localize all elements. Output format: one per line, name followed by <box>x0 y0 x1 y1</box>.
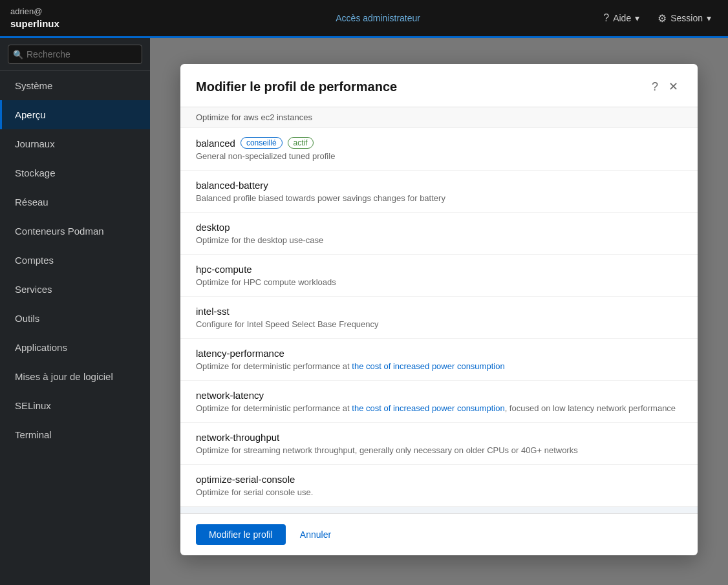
search-icon: 🔍 <box>13 50 23 59</box>
brand: adrien@ superlinux <box>10 6 159 30</box>
topbar-right: ? Aide ▾ ⚙ Session ▾ <box>597 8 718 28</box>
modal-overlay: Modifier le profil de performance ? ✕ Op… <box>150 38 728 585</box>
profile-name: network-latency <box>196 390 264 401</box>
profile-name: balanced <box>196 138 235 149</box>
sidebar-item-conteneurs[interactable]: Conteneurs Podman <box>0 217 150 246</box>
modal-footer: Modifier le profil Annuler <box>180 513 698 555</box>
topbar-center: Accès administrateur <box>159 13 597 23</box>
profile-desc: Optimize for deterministic performance a… <box>196 403 682 413</box>
profile-desc: Balanced profile biased towards power sa… <box>196 193 682 203</box>
profile-item-header: network-throughput <box>196 432 682 443</box>
profile-item-header: latency-performance <box>196 348 682 359</box>
profile-name: network-throughput <box>196 432 279 443</box>
sidebar-item-applications[interactable]: Applications <box>0 333 150 362</box>
profile-item[interactable]: desktopOptimize for the desktop use-case <box>180 213 698 255</box>
profile-item[interactable]: balancedconseilléactifGeneral non-specia… <box>180 128 698 171</box>
profile-item-header: hpc-compute <box>196 264 682 275</box>
profile-item[interactable]: network-throughputOptimize for streaming… <box>180 423 698 465</box>
sidebar-item-services[interactable]: Services <box>0 275 150 304</box>
sidebar-item-reseau[interactable]: Réseau <box>0 187 150 217</box>
sidebar-item-selinux[interactable]: SELinux <box>0 391 150 420</box>
topbar: adrien@ superlinux Accès administrateur … <box>0 0 728 36</box>
profile-list[interactable]: Optimize for aws ec2 instances balancedc… <box>180 107 698 513</box>
username: adrien@ <box>10 6 159 17</box>
profile-item-header: intel-sst <box>196 306 682 317</box>
sidebar-item-stockage[interactable]: Stockage <box>0 158 150 187</box>
profile-name: latency-performance <box>196 348 284 359</box>
session-chevron-icon: ▾ <box>707 13 711 23</box>
badge-conseillé: conseillé <box>241 137 283 149</box>
profile-name: intel-sst <box>196 306 230 317</box>
sidebar: 🔍 SystèmeAperçuJournauxStockageRéseauCon… <box>0 38 150 585</box>
sidebar-item-outils[interactable]: Outils <box>0 304 150 333</box>
profile-desc: Optimize for HPC compute workloads <box>196 277 682 287</box>
modal-title: Modifier le profil de performance <box>196 80 645 94</box>
session-button[interactable]: ⚙ Session ▾ <box>651 8 718 28</box>
profile-item[interactable]: intel-sstConfigure for Intel Speed Selec… <box>180 297 698 339</box>
profile-item-header: desktop <box>196 222 682 233</box>
profile-item-header: balanced-battery <box>196 180 682 191</box>
sidebar-item-systeme[interactable]: Système <box>0 71 150 100</box>
profile-item-header: balancedconseilléactif <box>196 137 682 149</box>
profile-item[interactable]: latency-performanceOptimize for determin… <box>180 339 698 381</box>
sidebar-item-journaux[interactable]: Journaux <box>0 129 150 158</box>
aide-chevron-icon: ▾ <box>635 13 639 23</box>
profile-desc: Optimize for streaming network throughpu… <box>196 445 682 455</box>
profile-desc: Optimize for deterministic performance a… <box>196 361 682 371</box>
profile-item-header: optimize-serial-console <box>196 474 682 485</box>
aide-label: Aide <box>613 13 631 23</box>
aide-button[interactable]: ? Aide ▾ <box>597 8 646 28</box>
help-icon: ? <box>603 12 609 24</box>
profile-item[interactable]: hpc-computeOptimize for HPC compute work… <box>180 255 698 297</box>
profile-name: balanced-battery <box>196 180 268 191</box>
profile-name: optimize-serial-console <box>196 474 295 485</box>
modal-help-button[interactable]: ? <box>652 80 658 94</box>
profile-name: desktop <box>196 222 230 233</box>
profile-item[interactable]: perso-adrien✓Profil perso adrien <box>180 507 698 513</box>
sidebar-nav: SystèmeAperçuJournauxStockageRéseauConte… <box>0 71 150 449</box>
profile-name: hpc-compute <box>196 264 252 275</box>
profile-desc: Configure for Intel Speed Select Base Fr… <box>196 319 682 329</box>
cancel-button[interactable]: Annuler <box>294 524 337 545</box>
sidebar-item-mises-a-jour[interactable]: Mises à jour de logiciel <box>0 362 150 391</box>
modal-close-button[interactable]: ✕ <box>665 77 682 96</box>
modify-profile-button[interactable]: Modifier le profil <box>196 524 286 545</box>
sidebar-search-container: 🔍 <box>0 38 150 71</box>
profile-hint: Optimize for aws ec2 instances <box>180 107 698 128</box>
badge-actif: actif <box>288 137 314 149</box>
sidebar-item-apercu[interactable]: Aperçu <box>0 100 150 129</box>
modal-header: Modifier le profil de performance ? ✕ <box>180 64 698 107</box>
profile-item[interactable]: network-latencyOptimize for deterministi… <box>180 381 698 423</box>
search-input[interactable] <box>8 45 142 64</box>
sidebar-item-terminal[interactable]: Terminal <box>0 420 150 449</box>
profile-desc: Optimize for serial console use. <box>196 487 682 497</box>
profile-item[interactable]: balanced-batteryBalanced profile biased … <box>180 171 698 213</box>
hostname: superlinux <box>10 17 159 30</box>
acces-admin-link[interactable]: Accès administrateur <box>336 13 420 23</box>
profile-item-header: network-latency <box>196 390 682 401</box>
profile-desc: General non-specialized tuned profile <box>196 151 682 161</box>
gear-icon: ⚙ <box>658 12 667 25</box>
session-label: Session <box>670 13 703 23</box>
profile-desc: Optimize for the desktop use-case <box>196 235 682 245</box>
profile-item[interactable]: optimize-serial-consoleOptimize for seri… <box>180 465 698 507</box>
performance-profile-modal: Modifier le profil de performance ? ✕ Op… <box>180 64 698 555</box>
sidebar-item-comptes[interactable]: Comptes <box>0 246 150 275</box>
